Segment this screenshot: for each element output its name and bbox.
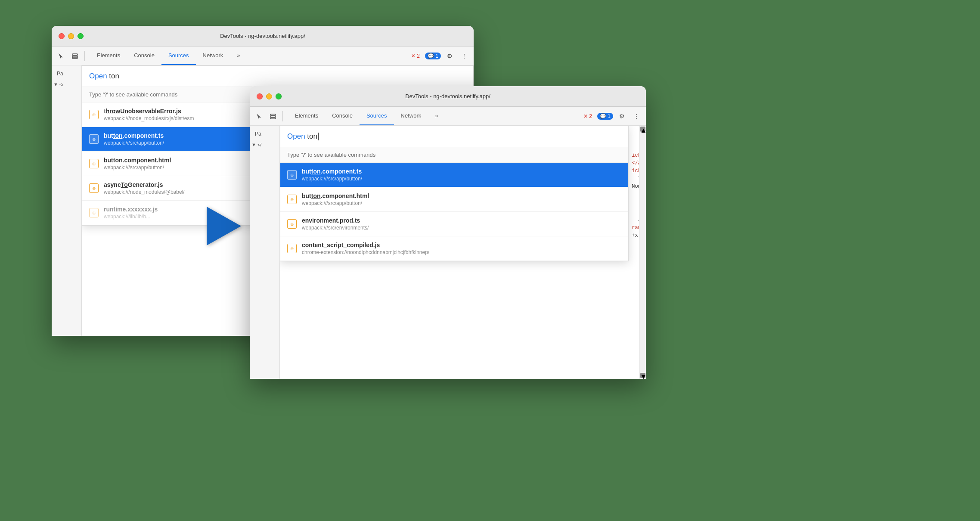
svg-rect-2 [72,57,78,59]
svg-rect-0 [72,54,78,55]
scroll-down-front[interactable]: ▼ [640,373,645,378]
layers-icon-back[interactable] [69,50,81,62]
command-input-back[interactable]: Open ton [82,66,473,87]
layers-icon-front[interactable] [267,110,279,122]
scrollbar-front[interactable]: ▲ ▼ [639,126,646,379]
result-item-3-front[interactable]: ⊕ environment.prod.ts webpack:///src/env… [280,212,628,236]
result-filename-1-back: throwUnobservableError.js [104,108,194,115]
toolbar-right-back: ✕ 2 💬 1 ⚙ ⋮ [409,50,470,62]
titlebar-back: DevTools - ng-devtools.netlify.app/ [52,26,474,47]
tab-elements-front[interactable]: Elements [288,107,325,125]
main-content-front: ick) </ap ick) ], None => rand +x | Open… [280,126,646,379]
svg-rect-5 [270,118,276,119]
command-hint-front: Type '?' to see available commands [280,147,628,163]
tab-sources-front[interactable]: Sources [360,107,394,125]
result-path-1-back: webpack:///node_modules/rxjs/dist/esm [104,115,194,121]
result-text-4-front: content_script_compiled.js chrome-extens… [302,242,429,255]
tab-network-front[interactable]: Network [394,107,428,125]
arrow-indicator [207,207,241,245]
file-icon-4-front: ⊕ [287,244,297,253]
toolbar-divider-back [84,51,85,61]
cmd-query-back: ton [109,72,119,80]
result-path-2-back: webpack:///src/app/button/ [104,140,164,146]
message-badge-back: 💬 1 [425,53,441,59]
tab-console-front[interactable]: Console [325,107,360,125]
window-title-front: DevTools - ng-devtools.netlify.app/ [405,93,490,99]
settings-icon-front[interactable]: ⚙ [616,110,628,122]
file-icon-1-back: ⊕ [89,110,99,119]
toolbar-front: Elements Console Sources Network » ✕ 2 💬… [250,107,646,126]
result-text-1-back: throwUnobservableError.js webpack:///nod… [104,108,194,121]
toolbar-tabs-front: Elements Console Sources Network » [288,107,445,125]
sidebar-front: Pa ▼ </ [250,126,280,379]
command-palette-front: Open ton Type '?' to see available comma… [280,126,629,261]
cmd-open-label-front: Open [287,132,305,140]
svg-rect-1 [72,56,78,57]
svg-rect-4 [270,116,276,117]
result-text-1-front: button.component.ts webpack:///src/app/b… [302,168,362,182]
message-badge-front: 💬 1 [597,113,613,120]
result-text-4-back: asyncToGenerator.js webpack:///node_modu… [104,181,185,195]
command-results-front: ⊕ button.component.ts webpack:///src/app… [280,163,628,261]
settings-icon-back[interactable]: ⚙ [443,50,456,62]
tab-sources-back[interactable]: Sources [161,47,196,65]
result-filename-1-front: button.component.ts [302,168,362,175]
result-path-3-back: webpack:///src/app/button/ [104,164,171,171]
sidebar-back: Pa ▼ </ [52,65,82,336]
result-filename-5-back: runtime.xxxxxxx.js [104,206,158,213]
close-button-front[interactable] [257,93,263,99]
result-path-4-back: webpack:///node_modules/@babel/ [104,189,185,195]
command-input-front[interactable]: Open ton [280,126,628,147]
result-item-4-front[interactable]: ⊕ content_script_compiled.js chrome-exte… [280,236,628,261]
sidebar-label-front: Pa [251,129,278,139]
result-filename-3-back: button.component.html [104,157,171,164]
result-path-4-front: chrome-extension://noondiphcddnnabmjcihc… [302,249,429,255]
toolbar-back: Elements Console Sources Network » ✕ 2 💬… [52,47,474,65]
toolbar-divider-front [282,111,283,121]
maximize-button-front[interactable] [276,93,282,99]
minimize-button-back[interactable] [68,33,74,39]
toolbar-right-front: ✕ 2 💬 1 ⚙ ⋮ [581,110,642,122]
result-filename-2-back: button.component.ts [104,132,164,139]
result-filename-4-front: content_script_compiled.js [302,242,429,248]
file-icon-4-back: ⊕ [89,183,99,193]
traffic-lights-front [257,93,282,99]
result-item-1-front[interactable]: ⊕ button.component.ts webpack:///src/app… [280,163,628,187]
result-text-2-front: button.component.html webpack:///src/app… [302,192,369,206]
arrow-shape [207,207,241,245]
titlebar-front: DevTools - ng-devtools.netlify.app/ [250,86,646,107]
file-icon-3-back: ⊕ [89,159,99,168]
svg-rect-3 [270,114,276,115]
error-badge-back: ✕ 2 [409,52,422,60]
tab-more-back[interactable]: » [230,47,247,65]
cursor-icon-back[interactable] [55,50,67,62]
result-item-2-front[interactable]: ⊕ button.component.html webpack:///src/a… [280,187,628,212]
close-button-back[interactable] [59,33,65,39]
tab-elements-back[interactable]: Elements [90,47,127,65]
cmd-open-label-back: Open [89,72,107,80]
window-title-back: DevTools - ng-devtools.netlify.app/ [220,33,305,39]
scroll-up-front[interactable]: ▲ [640,127,645,132]
result-text-5-back: runtime.xxxxxxx.js webpack:///lib/lib/b.… [104,206,158,220]
minimize-button-front[interactable] [266,93,272,99]
error-badge-front: ✕ 2 [581,112,595,120]
result-text-3-back: button.component.html webpack:///src/app… [104,157,171,171]
result-text-3-front: environment.prod.ts webpack:///src/envir… [302,217,369,231]
result-text-2-back: button.component.ts webpack:///src/app/b… [104,132,164,146]
more-icon-front[interactable]: ⋮ [630,110,642,122]
tab-network-back[interactable]: Network [196,47,230,65]
result-path-2-front: webpack:///src/app/button/ [302,200,369,206]
cursor-icon-front[interactable] [253,110,265,122]
result-path-5-back: webpack:///lib/lib/b... [104,214,158,220]
sidebar-label-back: Pa [53,69,80,78]
tab-console-back[interactable]: Console [127,47,161,65]
result-filename-4-back: asyncToGenerator.js [104,181,185,188]
tab-more-front[interactable]: » [428,107,445,125]
devtools-window-front: DevTools - ng-devtools.netlify.app/ Elem… [250,86,646,379]
file-icon-5-back: ⊕ [89,208,99,217]
more-icon-back[interactable]: ⋮ [458,50,470,62]
result-filename-2-front: button.component.html [302,192,369,199]
file-icon-2-back: ⊕ [89,134,99,144]
maximize-button-back[interactable] [78,33,84,39]
file-icon-3-front: ⊕ [287,219,297,229]
